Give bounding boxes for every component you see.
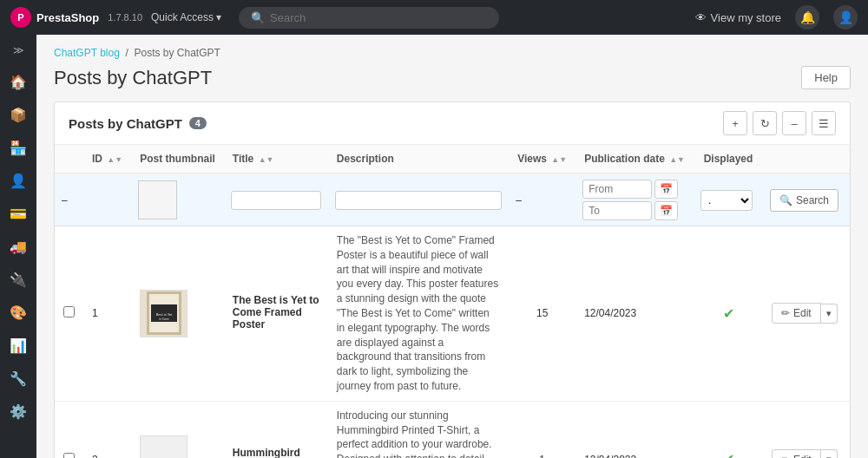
date-from-calendar-icon[interactable]: 📅	[654, 180, 678, 199]
edit-dropdown-2[interactable]: ▾	[821, 449, 838, 458]
filter-search-button[interactable]: 🔍 Search	[770, 189, 838, 212]
id-sort-icon[interactable]: ▲▼	[107, 155, 122, 164]
sidebar-toggle[interactable]: ≫	[3, 40, 34, 61]
date-to-input[interactable]	[582, 201, 652, 220]
sidebar-item-shipping[interactable]: 🚚	[3, 231, 34, 262]
row-1-actions: ✏ Edit ▾	[763, 226, 850, 402]
row-1-displayed: ✔	[694, 226, 763, 402]
row-2-title: Hummingbird Printed T-Shirt	[224, 401, 328, 458]
col-thumbnail: Post thumbnail	[131, 145, 224, 173]
row-2-displayed: ✔	[694, 401, 763, 458]
columns-btn[interactable]: ☰	[812, 111, 836, 135]
sidebar-item-orders[interactable]: 📦	[3, 99, 34, 130]
date-filter-group: 📅 📅	[582, 180, 687, 220]
row-2-date: 12/04/2023	[575, 401, 694, 458]
edit-dropdown-1[interactable]: ▾	[821, 304, 838, 324]
row-1-id: 1	[83, 226, 131, 402]
table-row: 1 Best is Yet to Come	[55, 226, 850, 402]
breadcrumb-current: Posts by ChatGPT	[135, 47, 220, 59]
table-row: 2 Hummingbird Printed T-Shirt Introducin…	[55, 401, 850, 458]
col-publication-date: Publication date ▲▼	[575, 145, 694, 173]
sidebar: ≫ 🏠 📦 🏪 👤 💳 🚚 🔌 🎨 📊 🔧 ⚙️	[0, 35, 36, 458]
date-from-input[interactable]	[582, 180, 652, 199]
col-check	[55, 145, 83, 173]
card-actions: + ↻ – ☰	[723, 111, 836, 135]
card-title: Posts by ChatGPT 4	[69, 116, 207, 131]
post-thumbnail-2-placeholder	[140, 435, 187, 458]
search-input[interactable]	[270, 11, 487, 24]
filter-row: – –	[55, 173, 850, 226]
filter-btn[interactable]: –	[782, 111, 806, 135]
svg-text:to Come: to Come	[159, 317, 169, 321]
posts-card: Posts by ChatGPT 4 + ↻ – ☰ ID ▲▼	[54, 101, 851, 458]
displayed-filter-select[interactable]: . Yes No	[700, 190, 753, 211]
title-filter-input[interactable]	[231, 191, 321, 210]
displayed-check-icon: ✔	[723, 452, 734, 458]
edit-pencil-icon: ✏	[781, 307, 790, 319]
brand-logo[interactable]: P PrestaShop	[10, 7, 99, 28]
row-checkbox-cell	[55, 226, 83, 402]
row-1-checkbox[interactable]	[63, 306, 75, 317]
sidebar-item-modules[interactable]: 🔌	[3, 264, 34, 295]
desc-filter-input[interactable]	[335, 191, 502, 210]
topnav-right: 👁 View my store 🔔 👤	[695, 5, 858, 29]
refresh-btn[interactable]: ↻	[753, 111, 777, 135]
help-button[interactable]: Help	[801, 66, 851, 89]
table-header: ID ▲▼ Post thumbnail Title ▲▼ Descriptio…	[55, 145, 850, 173]
quick-access-menu[interactable]: Quick Access ▾	[151, 11, 221, 23]
search-bar[interactable]: 🔍	[239, 7, 499, 29]
col-id: ID ▲▼	[83, 145, 131, 173]
version-label: 1.7.8.10	[108, 12, 142, 23]
date-to-calendar-icon[interactable]: 📅	[654, 201, 678, 220]
row-2-actions: ✏ Edit ▾	[763, 401, 850, 458]
row-2-id: 2	[83, 401, 131, 458]
post-thumbnail-1: Best is Yet to Come	[140, 290, 187, 337]
sidebar-item-catalog[interactable]: 🏪	[3, 132, 34, 163]
edit-btn-group-1: ✏ Edit ▾	[772, 303, 841, 324]
edit-button-1[interactable]: ✏ Edit	[772, 303, 821, 324]
edit-btn-group-2: ✏ Edit ▾	[772, 449, 841, 458]
card-header: Posts by ChatGPT 4 + ↻ – ☰	[55, 102, 850, 145]
date-sort-icon[interactable]: ▲▼	[669, 155, 685, 164]
filter-check-cell: –	[55, 173, 83, 226]
main-content: ChatGPT blog / Posts by ChatGPT Posts by…	[36, 35, 868, 458]
sidebar-item-advanced[interactable]: ⚙️	[3, 396, 34, 427]
view-store-link[interactable]: 👁 View my store	[695, 11, 781, 24]
title-sort-icon[interactable]: ▲▼	[259, 155, 274, 164]
search-icon: 🔍	[251, 11, 265, 24]
eye-icon: 👁	[695, 11, 707, 24]
views-sort-icon[interactable]: ▲▼	[551, 155, 567, 164]
page-title-row: Posts by ChatGPT Help	[54, 66, 851, 89]
sidebar-item-customers[interactable]: 👤	[3, 165, 34, 196]
svg-text:Best is Yet: Best is Yet	[155, 312, 173, 317]
row-2-desc: Introducing our stunning Hummingbird Pri…	[328, 401, 509, 458]
row-1-date: 12/04/2023	[575, 226, 694, 402]
col-title: Title ▲▼	[224, 145, 328, 173]
poster-svg: Best is Yet to Come	[147, 291, 181, 335]
sidebar-item-design[interactable]: 🎨	[3, 297, 34, 328]
date-from-row: 📅	[582, 180, 687, 199]
edit-button-2[interactable]: ✏ Edit	[772, 449, 821, 458]
row-2-thumb	[131, 401, 224, 458]
filter-desc-cell	[328, 173, 509, 226]
sidebar-item-stats[interactable]: 📊	[3, 330, 34, 361]
row-2-checkbox[interactable]	[63, 453, 75, 458]
search-icon: 🔍	[779, 194, 792, 206]
col-actions	[763, 145, 850, 173]
sidebar-item-payment[interactable]: 💳	[3, 198, 34, 229]
row-checkbox-cell	[55, 401, 83, 458]
add-post-btn[interactable]: +	[723, 111, 747, 135]
notifications-bell[interactable]: 🔔	[795, 5, 819, 29]
breadcrumb: ChatGPT blog / Posts by ChatGPT	[54, 47, 851, 59]
user-avatar[interactable]: 👤	[833, 5, 858, 29]
filter-id-cell	[83, 173, 131, 226]
breadcrumb-parent[interactable]: ChatGPT blog	[54, 47, 120, 59]
displayed-check-icon: ✔	[723, 306, 734, 321]
sidebar-item-dashboard[interactable]: 🏠	[3, 66, 34, 97]
sidebar-item-config[interactable]: 🔧	[3, 363, 34, 394]
col-displayed: Displayed	[694, 145, 763, 173]
row-1-title: The Best is Yet to Come Framed Poster	[224, 226, 328, 402]
logo-icon: P	[10, 7, 31, 28]
post-count-badge: 4	[189, 117, 207, 129]
row-1-thumb: Best is Yet to Come	[131, 226, 224, 402]
